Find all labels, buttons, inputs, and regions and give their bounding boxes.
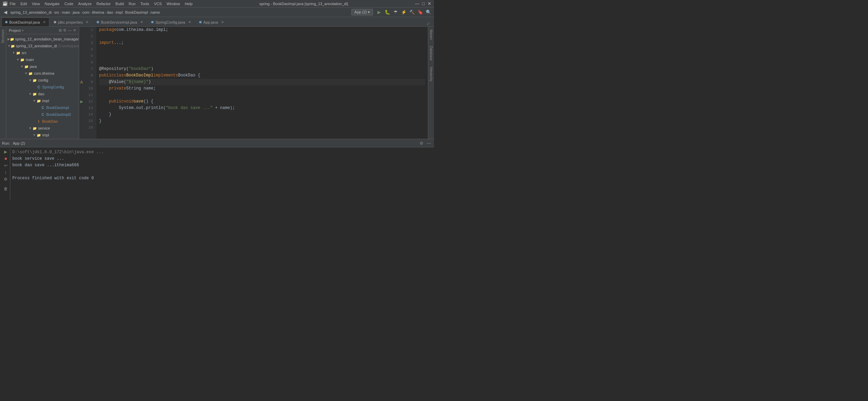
tree-item-src[interactable]: ▼ 📁 src xyxy=(6,49,79,56)
hierarchy-tab[interactable]: Hierarchy xyxy=(429,65,434,83)
code-line-1: package com.itheima.dao.impl; xyxy=(99,27,425,33)
run-config-selector[interactable]: App (2) ▾ xyxy=(351,9,373,15)
menu-run[interactable]: Run xyxy=(129,2,135,6)
tree-label: src xyxy=(22,51,27,55)
code-line-10: private String name; xyxy=(99,85,425,92)
console-line-2: book service save ... xyxy=(12,155,431,162)
tree-item-main[interactable]: ▼ 📁 main xyxy=(6,56,79,63)
database-tab[interactable]: Database xyxy=(429,45,434,62)
sidebar-dropdown-icon[interactable]: ▾ xyxy=(22,29,24,32)
code-content[interactable]: package com.itheima.dao.impl; import ...… xyxy=(96,27,428,139)
run-app-config[interactable]: App (2) xyxy=(13,141,25,145)
tab-bar: BookDaoImpl.java ✕ jdbc.properties ✕ Boo… xyxy=(0,17,434,27)
debug-button[interactable]: 🐛 xyxy=(384,9,391,16)
sidebar-title: Project xyxy=(9,28,21,33)
stop-icon[interactable]: ■ xyxy=(3,156,9,162)
coverage-button[interactable]: ☂ xyxy=(392,9,399,16)
panel-hide-icon[interactable]: — xyxy=(426,140,432,146)
tree-item-dao[interactable]: ▼ 📁 dao xyxy=(6,90,79,97)
settings-icon[interactable]: ⚙ xyxy=(418,140,424,146)
run-button[interactable]: ▶ xyxy=(376,9,383,16)
tree-item-bookserviceimpl[interactable]: C BookServiceImpl xyxy=(6,138,79,139)
close-button[interactable]: ✕ xyxy=(427,1,431,6)
tab-bookserviceimpl[interactable]: BookServiceImpl.java ✕ xyxy=(93,17,147,26)
tree-item-dao-impl[interactable]: ▼ 📁 impl xyxy=(6,97,79,104)
sidebar-close-icon[interactable]: ✕ xyxy=(73,28,76,33)
bookmark-button[interactable]: 🔖 xyxy=(417,9,424,16)
breadcrumb-main[interactable]: main xyxy=(62,10,70,14)
tree-item-spring12[interactable]: ▶ 📁 spring_12_annotation_bean_manager D:… xyxy=(6,36,79,42)
folder-icon: 📁 xyxy=(20,57,25,62)
menu-vcs[interactable]: VCS xyxy=(154,2,162,6)
settings-icon2[interactable]: ⚙ xyxy=(3,176,9,182)
project-sidebar: Project ▾ ⊞ ⚙ — ✕ ▶ 📁 spring_12_annotati… xyxy=(6,27,79,139)
tab-app[interactable]: App.java ✕ xyxy=(195,17,228,26)
folder-icon: 📁 xyxy=(32,78,37,83)
breadcrumb-com[interactable]: com xyxy=(82,10,89,14)
code-line-14: } xyxy=(99,111,425,118)
tree-item-spring13[interactable]: ▼ 📁 spring_13_annotation_di D:\workspace… xyxy=(6,42,79,49)
rerun-icon[interactable]: ↩ xyxy=(3,162,9,169)
tree-item-service[interactable]: ▼ 📁 service xyxy=(6,125,79,132)
sidebar-layout-icon[interactable]: ⊞ xyxy=(59,28,62,33)
tree-label: BookDaoImpl xyxy=(46,106,69,110)
minimize-button[interactable]: — xyxy=(415,1,419,6)
breadcrumb-itheima[interactable]: itheima xyxy=(92,10,104,14)
tab-springconfig[interactable]: SpringConfig.java ✕ xyxy=(147,17,195,26)
menu-help[interactable]: Help xyxy=(185,2,193,6)
tree-item-springconfig[interactable]: C SpringConfig xyxy=(6,84,79,90)
sidebar-settings-icon[interactable]: ⚙ xyxy=(63,28,67,33)
nav-back-icon[interactable]: ◀ xyxy=(2,9,9,16)
menu-refactor[interactable]: Refactor xyxy=(96,2,111,6)
menu-view[interactable]: View xyxy=(32,2,40,6)
search-button[interactable]: 🔍 xyxy=(425,9,432,16)
menu-file[interactable]: File xyxy=(10,2,16,6)
breadcrumb-src[interactable]: src xyxy=(54,10,59,14)
code-line-13: System.out.println("book dao save ..." +… xyxy=(99,105,425,111)
tree-label: dao xyxy=(38,92,44,96)
menu-code[interactable]: Code xyxy=(64,2,73,6)
menu-edit[interactable]: Edit xyxy=(21,2,27,6)
maximize-button[interactable]: □ xyxy=(422,1,425,6)
menu-window[interactable]: Window xyxy=(167,2,180,6)
right-sidebar: Maven Database Hierarchy xyxy=(428,27,434,139)
tree-item-java[interactable]: ▼ 📁 java xyxy=(6,63,79,70)
code-line-15: } xyxy=(99,118,425,124)
tree-path: D:\workspace\spri xyxy=(58,44,79,48)
breadcrumb-project[interactable]: spring_13_annotation_di xyxy=(10,10,52,14)
run-line-icon: ▶ xyxy=(79,98,84,105)
scroll-icon[interactable]: ↕ xyxy=(3,169,9,175)
tab-bookdaoimpl[interactable]: BookDaoImpl.java ✕ xyxy=(1,17,49,26)
folder-icon: 📁 xyxy=(10,37,14,41)
menu-build[interactable]: Build xyxy=(116,2,124,6)
profile-button[interactable]: ⚡ xyxy=(400,9,407,16)
tab-jdbc[interactable]: jdbc.properties ✕ xyxy=(50,17,92,26)
tree-item-service-impl[interactable]: ▼ 📁 impl xyxy=(6,132,79,138)
tree-item-config[interactable]: ▼ 📁 config xyxy=(6,77,79,84)
window-title: spring - BookDaoImpl.java [spring_13_ann… xyxy=(259,2,348,6)
breadcrumb-class[interactable]: BookDaoImpl xyxy=(125,10,148,14)
breadcrumb-name[interactable]: name xyxy=(150,10,160,14)
dump-icon[interactable]: 🗑 xyxy=(3,186,9,192)
tree-item-bookdaoimpl[interactable]: C BookDaoImpl xyxy=(6,104,79,111)
menu-tools[interactable]: Tools xyxy=(140,2,149,6)
menu-analyze[interactable]: Analyze xyxy=(78,2,92,6)
tree-item-com[interactable]: ▼ 📁 com.itheima xyxy=(6,70,79,77)
breadcrumb-dao[interactable]: dao xyxy=(107,10,113,14)
tree-item-bookdaoimpl2[interactable]: C BookDaoImpl2 xyxy=(6,111,79,118)
console-line-1: D:\soft\jdk1.8.0_172\bin\java.exe ... xyxy=(12,149,431,155)
sidebar-collapse-icon[interactable]: — xyxy=(68,28,72,33)
maven-tab[interactable]: Maven xyxy=(429,28,434,41)
folder-icon: 📁 xyxy=(36,133,41,137)
breadcrumb-impl[interactable]: impl xyxy=(116,10,123,14)
tree-label: com.itheima xyxy=(34,71,54,75)
tree-item-bookdao[interactable]: I BookDao xyxy=(6,118,79,125)
menu-navigate[interactable]: Navigate xyxy=(45,2,59,6)
folder-icon: 📁 xyxy=(16,50,21,55)
run-again-icon[interactable]: ▶ xyxy=(3,149,9,155)
tree-label: BookDao xyxy=(42,119,58,123)
build-button[interactable]: 🔨 xyxy=(409,9,415,16)
chevron-down-icon: ▼ xyxy=(20,64,24,69)
breadcrumb-java[interactable]: java xyxy=(73,10,80,14)
structure-label[interactable]: Structure xyxy=(0,28,5,45)
